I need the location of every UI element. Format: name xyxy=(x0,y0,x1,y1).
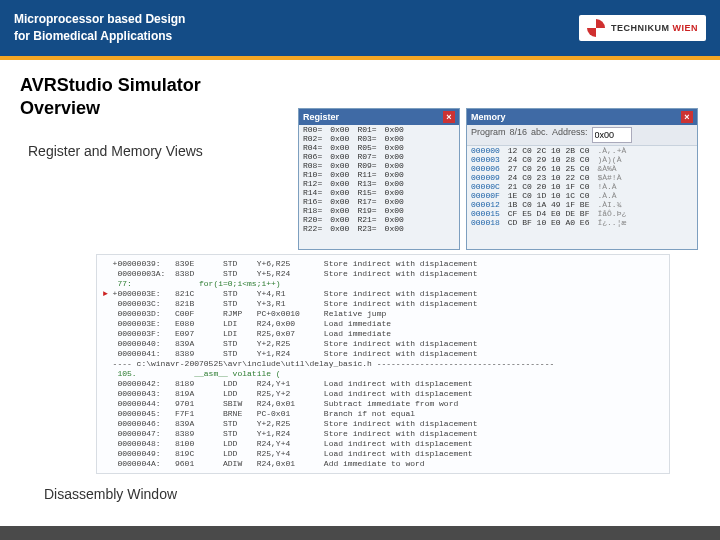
close-icon[interactable]: × xyxy=(681,111,693,123)
list-item: +00000039: 839E STD Y+6,R25 Store indire… xyxy=(103,259,663,269)
table-row: 00000012 C0 2C 10 2B C0.À,.+À xyxy=(467,146,630,155)
table-row: R00=0x00R01=0x00 xyxy=(299,125,408,134)
close-icon[interactable]: × xyxy=(443,111,455,123)
table-row: R08=0x00R09=0x00 xyxy=(299,161,408,170)
list-item: 0000003C: 821B STD Y+3,R1 Store indirect… xyxy=(103,299,663,309)
register-panel: Register × R00=0x00R01=0x00R02=0x00R03=0… xyxy=(298,108,460,250)
table-row: R04=0x00R05=0x00 xyxy=(299,143,408,152)
table-row: R14=0x00R15=0x00 xyxy=(299,188,408,197)
header-title: Microprocessor based Design for Biomedic… xyxy=(14,11,185,45)
list-item: 00000003A: 838D STD Y+5,R24 Store indire… xyxy=(103,269,663,279)
disassembly-window: +00000039: 839E STD Y+6,R25 Store indire… xyxy=(96,254,670,474)
table-row: 00000F1E C0 1D 10 1C C0.À.À xyxy=(467,191,630,200)
list-item: 00000049: 819C LDD R25,Y+4 Load indirect… xyxy=(103,449,663,459)
memory-ascii-toggle[interactable]: abc. xyxy=(531,127,548,143)
list-item: 00000041: 8389 STD Y+1,R24 Store indirec… xyxy=(103,349,663,359)
register-table: R00=0x00R01=0x00R02=0x00R03=0x00R04=0x00… xyxy=(299,125,408,233)
table-row: R18=0x00R19=0x00 xyxy=(299,206,408,215)
logo: TECHNIKUM WIEN xyxy=(579,15,706,41)
table-row: 00000627 C0 26 10 25 C0&À%À xyxy=(467,164,630,173)
section-label-disassembly: Disassembly Window xyxy=(44,486,177,502)
table-row: R02=0x00R03=0x00 xyxy=(299,134,408,143)
list-item: 00000046: 839A STD Y+2,R25 Store indirec… xyxy=(103,419,663,429)
table-row: 00000324 C0 29 10 28 C0)À)(À xyxy=(467,155,630,164)
list-item: ► +0000003E: 821C STD Y+4,R1 Store indir… xyxy=(103,289,663,299)
logo-icon xyxy=(587,19,605,37)
memory-toolbar: Program 8/16 abc. Address: xyxy=(467,125,697,146)
logo-text: TECHNIKUM WIEN xyxy=(611,23,698,33)
table-row: R16=0x00R17=0x00 xyxy=(299,197,408,206)
list-item: 0000003E: E080 LDI R24,0x00 Load immedia… xyxy=(103,319,663,329)
memory-table: 00000012 C0 2C 10 2B C0.À,.+À00000324 C0… xyxy=(467,146,630,227)
memory-panel-title: Memory × xyxy=(467,109,697,125)
list-item: 105. __asm__ volatile ( xyxy=(103,369,663,379)
table-row: 0000121B C0 1A 49 1F BE.ÀI.¾ xyxy=(467,200,630,209)
header-bar: Microprocessor based Design for Biomedic… xyxy=(0,0,720,56)
table-row: 00000C21 C0 20 10 1F C0!À.À xyxy=(467,182,630,191)
list-item: 00000040: 839A STD Y+2,R25 Store indirec… xyxy=(103,339,663,349)
memory-addr-input[interactable] xyxy=(592,127,632,143)
list-item: 0000003F: E097 LDI R25,0x07 Load immedia… xyxy=(103,329,663,339)
memory-addr-label: Address: xyxy=(552,127,588,143)
table-row: 000015CF E5 D4 E0 DE BFÏåÔ.Þ¿ xyxy=(467,209,630,218)
footer-strip xyxy=(0,526,720,540)
list-item: 00000044: 9701 SBIW R24,0x01 Subtract im… xyxy=(103,399,663,409)
table-row: R20=0x00R21=0x00 xyxy=(299,215,408,224)
header-line2: for Biomedical Applications xyxy=(14,28,185,45)
table-row: R06=0x00R07=0x00 xyxy=(299,152,408,161)
list-item: 0000004A: 9601 ADIW R24,0x01 Add immedia… xyxy=(103,459,663,469)
memory-panel: Memory × Program 8/16 abc. Address: 0000… xyxy=(466,108,698,250)
header-line1: Microprocessor based Design xyxy=(14,11,185,28)
list-item: 00000045: F7F1 BRNE PC-0x01 Branch if no… xyxy=(103,409,663,419)
table-row: R12=0x00R13=0x00 xyxy=(299,179,408,188)
list-item: 00000047: 8389 STD Y+1,R24 Store indirec… xyxy=(103,429,663,439)
table-row: R22=0x00R23=0x00 xyxy=(299,224,408,233)
register-panel-title: Register × xyxy=(299,109,459,125)
list-item: 0000003D: C00F RJMP PC+0x0010 Relative j… xyxy=(103,309,663,319)
table-row: R10=0x00R11=0x00 xyxy=(299,170,408,179)
memory-span[interactable]: 8/16 xyxy=(510,127,528,143)
list-item: 00000042: 8189 LDD R24,Y+1 Load indirect… xyxy=(103,379,663,389)
table-row: 000018CD BF 10 E0 A0 E6Í¿..¦æ xyxy=(467,218,630,227)
list-item: ---- c:\winavr-20070525\avr\include\util… xyxy=(103,359,663,369)
list-item: 00000048: 8100 LDD R24,Y+4 Load indirect… xyxy=(103,439,663,449)
list-item: 00000043: 819A LDD R25,Y+2 Load indirect… xyxy=(103,389,663,399)
list-item: 77: for(i=0;i<ms;i++) xyxy=(103,279,663,289)
table-row: 00000924 C0 23 10 22 C0$À#!À xyxy=(467,173,630,182)
memory-select[interactable]: Program xyxy=(471,127,506,143)
